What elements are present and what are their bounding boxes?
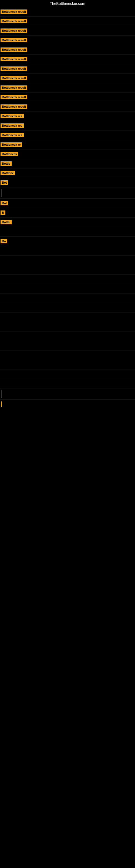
list-item: Bottleneck result [0,64,135,73]
bottleneck-result-badge: Bottle [1,161,12,166]
bottleneck-result-badge: Bottleneck result [1,19,27,23]
list-item [0,246,135,255]
bottleneck-result-badge: Bottleneck result [1,95,27,99]
list-item: Bottleneck res [0,130,135,140]
bottleneck-result-badge: Bottleneck result [1,86,27,90]
list-item [0,255,135,265]
bottleneck-result-badge: Bottleneck result [1,76,27,80]
bottleneck-result-badge: Bottleneck result [1,29,27,33]
list-item: Bottleneck re [0,140,135,150]
list-item: Bottle [0,159,135,168]
list-item: B [0,208,135,218]
list-item [0,275,135,284]
bottleneck-result-badge: Bottleneck result [1,57,27,61]
vertical-divider [1,189,2,197]
list-item: Bottle [0,218,135,227]
list-item: Bot [0,178,135,187]
bottleneck-result-badge: Bottleneck result [1,9,27,14]
list-item: Bottleneck result [0,35,135,45]
site-title: TheBottlenecker.com [0,0,135,7]
list-item [0,360,135,369]
bottleneck-result-badge: Bottleneck res [1,123,24,128]
bottleneck-result-badge: Bot [1,201,8,205]
bottleneck-result-badge: Bottleneck res [1,133,24,137]
bottleneck-result-badge: Bottlene [1,171,15,175]
list-item: Bottleneck res [0,121,135,130]
list-item: Bot [0,198,135,208]
list-item [0,341,135,350]
list-item: Bottlene [0,168,135,178]
small-vertical-divider [1,401,2,407]
list-item: Bottleneck result [0,83,135,93]
list-item [0,389,135,400]
list-item [0,400,135,409]
list-item [0,227,135,237]
list-item: Bottleneck result [0,17,135,26]
list-item [0,322,135,332]
bottleneck-result-badge: Bottleneck re [1,143,22,147]
list-item [0,303,135,312]
list-item: Bottleneck result [0,55,135,64]
bottleneck-result-badge: Bottleneck result [1,38,27,42]
list-item [0,284,135,293]
list-item: Bottleneck result [0,102,135,112]
bottleneck-result-badge: Bot [1,180,8,185]
bottleneck-result-badge: Bottleneck result [1,48,27,52]
list-item [0,379,135,389]
bottleneck-result-badge: Bottleneck result [1,104,27,109]
list-item [0,187,135,198]
bottleneck-result-badge: Bottleneck [1,152,18,156]
list-item: Bottleneck result [0,7,135,17]
vertical-divider [1,390,2,398]
list-item: Bottleneck result [0,45,135,55]
list-item: Bottleneck [0,150,135,159]
list-item [0,312,135,322]
bottleneck-result-badge: Bottle [1,220,12,224]
list-item: Bottleneck result [0,26,135,35]
list-item [0,293,135,303]
list-item: Bo [0,237,135,246]
list-item: Bottleneck res [0,112,135,121]
bottleneck-result-badge: Bottleneck result [1,66,27,71]
bottleneck-result-badge: Bottleneck res [1,114,24,118]
list-item [0,369,135,379]
list-item: Bottleneck result [0,93,135,102]
list-item: Bottleneck result [0,73,135,83]
list-item [0,332,135,341]
bottleneck-result-badge: Bo [1,239,7,243]
list-item [0,265,135,275]
bottleneck-result-badge: B [1,211,5,215]
list-item [0,350,135,360]
